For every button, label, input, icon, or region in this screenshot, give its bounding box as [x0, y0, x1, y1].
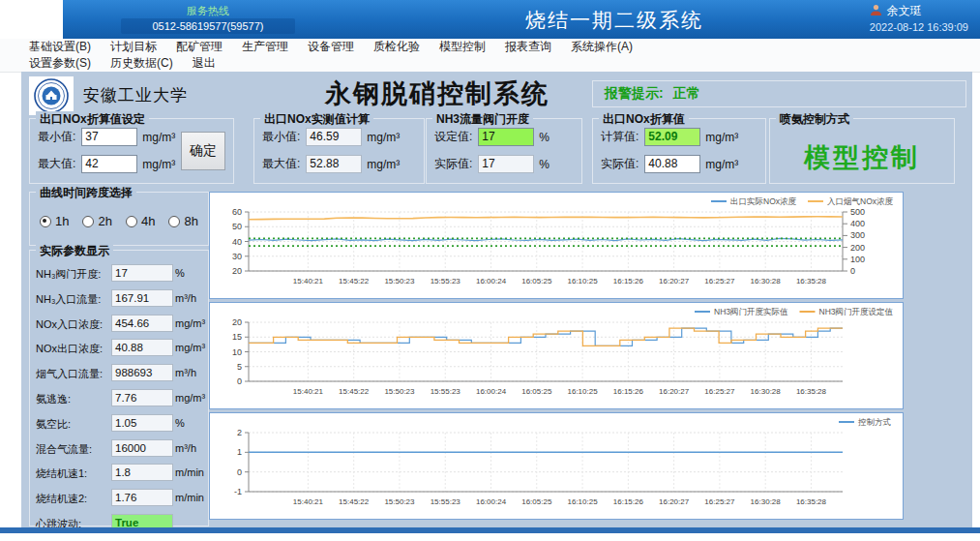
chart-svg: -101215:40:2115:45:2215:50:2315:55:2316:…: [210, 413, 903, 517]
svg-text:1: 1: [237, 447, 242, 457]
panel-row: 实际值:40.88mg/m³: [601, 155, 765, 173]
param-row: 烧结机速1:1.8m/min: [30, 462, 208, 487]
menu-item[interactable]: 配矿管理: [176, 39, 223, 55]
menu-item[interactable]: 系统操作(A): [571, 39, 633, 55]
charts-area: 2030405060010020030040050015:40:2115:45:…: [209, 192, 904, 520]
param-value: 988693: [111, 364, 173, 381]
timespan-option-8h[interactable]: 8h: [168, 214, 197, 228]
param-row: 氨空比:1.05%: [30, 412, 208, 437]
svg-text:15:50:23: 15:50:23: [384, 497, 415, 506]
unit-label: mg/m³: [367, 131, 400, 144]
system-title: 永钢脱硝控制系统: [282, 76, 592, 111]
value-field: 52.88: [306, 155, 362, 173]
unit-label: mg/m³: [142, 131, 175, 144]
svg-text:500: 500: [850, 207, 865, 217]
svg-text:16:10:25: 16:10:25: [567, 387, 598, 396]
svg-text:30: 30: [232, 252, 242, 261]
svg-text:15:45:22: 15:45:22: [339, 277, 370, 286]
svg-text:-1: -1: [234, 487, 242, 496]
menu-item[interactable]: 退出: [193, 55, 216, 72]
menu-item[interactable]: 生产管理: [242, 39, 288, 55]
value-field[interactable]: [81, 155, 137, 173]
field-label: 最大值:: [262, 156, 300, 172]
menu-item[interactable]: 设备管理: [308, 39, 354, 55]
panel-row: 计算值:52.09mg/m³: [601, 128, 765, 146]
radio-icon[interactable]: [40, 216, 51, 227]
window-title: 烧结一期二级系统: [525, 7, 703, 34]
svg-text:16:35:28: 16:35:28: [796, 277, 827, 286]
user-name[interactable]: 余文珽: [887, 3, 922, 19]
svg-text:20: 20: [232, 266, 242, 276]
menu-item[interactable]: 模型控制: [439, 39, 486, 55]
param-label: 烟气入口流量:: [36, 367, 103, 381]
param-value: 167.91: [111, 289, 173, 307]
alarm-box: 报警提示: 正常: [592, 80, 966, 107]
svg-text:0: 0: [237, 467, 242, 477]
svg-text:15:50:23: 15:50:23: [384, 277, 415, 286]
value-field[interactable]: [81, 128, 137, 146]
menu-item[interactable]: 设置参数(S): [29, 55, 91, 72]
menu-item[interactable]: 质检化验: [373, 39, 420, 55]
param-label: 混合气流量:: [36, 442, 92, 457]
param-value: 7.76: [111, 389, 173, 406]
svg-text:16:10:25: 16:10:25: [567, 497, 598, 506]
menu-row-2: 设置参数(S)历史数据(C)退出: [0, 55, 980, 72]
field-label: 最小值:: [262, 129, 300, 145]
service-hotline: 服务热线 0512-58619577(59577): [121, 3, 295, 34]
trend-chart-nox: 2030405060010020030040050015:40:2115:45:…: [209, 192, 904, 299]
menu-item[interactable]: 计划目标: [110, 39, 157, 55]
legend-label: 出口实际NOx浓度: [730, 196, 797, 206]
panel-nox-limit-setting: 出口NOx折算值设定 最小值:mg/m³最大值:mg/m³ 确定: [29, 118, 234, 184]
unit-label: mg/m³: [142, 158, 175, 171]
value-field: 17: [478, 128, 534, 146]
value-field: 40.88: [644, 155, 700, 173]
alarm-label: 报警提示:: [605, 85, 664, 103]
org-name: 安徽工业大学: [83, 84, 188, 106]
legend-label: 入口烟气NOx浓度: [827, 196, 894, 206]
legend-label: NH3阀门开度实际值: [714, 307, 788, 316]
param-row: NH₃入口流量:167.91m³/h: [30, 287, 208, 313]
university-logo: [29, 76, 74, 115]
trend-chart-nh3-valve: 0510152015:40:2115:45:2215:50:2315:55:23…: [209, 302, 904, 409]
timespan-title: 曲线时间跨度选择: [36, 185, 136, 201]
svg-text:16:25:27: 16:25:27: [704, 387, 735, 396]
panel-row: 实际值:17%: [434, 155, 581, 173]
timespan-options: 1h2h4h8h: [40, 214, 208, 228]
menu-item[interactable]: 基础设置(B): [29, 39, 91, 55]
svg-text:15:45:22: 15:45:22: [339, 497, 370, 506]
param-unit: %: [175, 417, 185, 429]
chart-svg: 0510152015:40:2115:45:2215:50:2315:55:23…: [210, 303, 903, 406]
svg-text:16:15:26: 16:15:26: [613, 277, 644, 286]
svg-text:400: 400: [850, 219, 865, 228]
radio-icon[interactable]: [82, 216, 94, 227]
menu-item[interactable]: 报表查询: [505, 39, 551, 55]
param-unit: m/min: [175, 492, 204, 503]
radio-icon[interactable]: [168, 216, 180, 227]
field-label: 最小值:: [38, 129, 75, 145]
panel-nh3-valve: NH3流量阀门开度 设定值:17%实际值:17%: [426, 118, 582, 184]
param-unit: m/min: [175, 466, 204, 478]
trend-chart-control-mode: -101215:40:2115:45:2215:50:2315:55:2316:…: [209, 412, 904, 520]
svg-text:5: 5: [237, 362, 242, 372]
main-content: 安徽工业大学 永钢脱硝控制系统 报警提示: 正常 出口NOx折算值设定 最小值:…: [21, 72, 972, 527]
svg-text:50: 50: [232, 222, 242, 231]
param-row: NOx入口浓度:454.66mg/m³: [30, 313, 208, 338]
value-field: 17: [478, 155, 534, 173]
param-label: 烧结机速1:: [36, 466, 87, 481]
confirm-button[interactable]: 确定: [181, 132, 225, 170]
hotline-label: 服务热线: [121, 3, 295, 18]
radio-icon[interactable]: [126, 216, 137, 227]
timespan-option-4h[interactable]: 4h: [126, 214, 155, 228]
param-value: 1.76: [111, 489, 173, 506]
menu-item[interactable]: 历史数据(C): [110, 55, 173, 72]
param-label: 氨逃逸:: [36, 392, 71, 406]
svg-text:16:20:27: 16:20:27: [659, 387, 690, 396]
timespan-option-2h[interactable]: 2h: [82, 214, 111, 228]
timespan-option-1h[interactable]: 1h: [40, 214, 69, 228]
param-value: 40.88: [111, 339, 173, 356]
param-row: NH₃阀门开度:17%: [30, 262, 208, 287]
svg-text:16:05:25: 16:05:25: [521, 277, 552, 286]
svg-text:300: 300: [850, 230, 865, 240]
param-value: 1.8: [111, 464, 173, 481]
params-rows: NH₃阀门开度:17%NH₃入口流量:167.91m³/hNOx入口浓度:454…: [30, 262, 208, 537]
